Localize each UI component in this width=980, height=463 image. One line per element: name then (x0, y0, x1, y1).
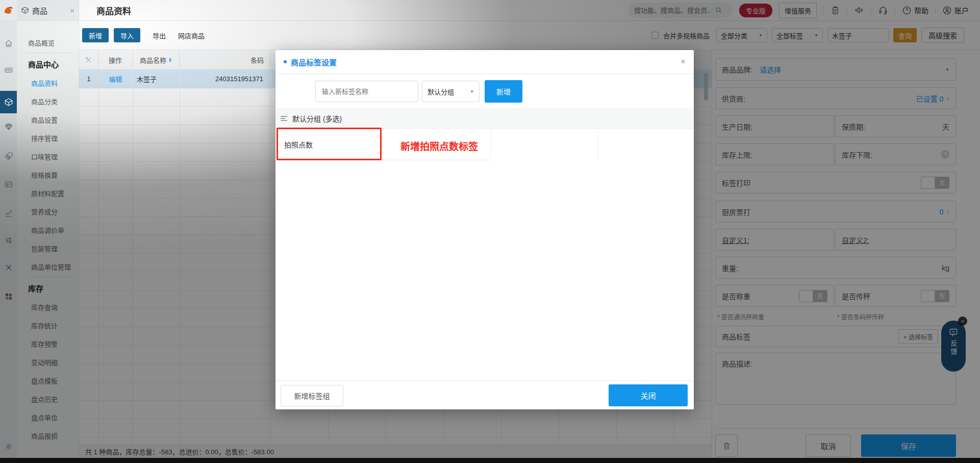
global-search-input[interactable] (634, 7, 711, 14)
sidebar-item-change-detail[interactable]: 变动明细 (17, 353, 79, 371)
sidebar-item-sort-management[interactable]: 排序管理 (17, 129, 79, 147)
tasks-clipboard-icon[interactable] (831, 6, 840, 15)
supplier-field[interactable]: 供货商: 已设置 0 › (715, 87, 956, 109)
chevron-down-icon: ▼ (470, 89, 474, 94)
rail-report-icon[interactable] (0, 204, 17, 223)
tab-close-icon[interactable]: × (70, 6, 74, 15)
sort-icon[interactable]: ▲▼ (168, 57, 172, 62)
close-modal-button[interactable]: 关闭 (609, 384, 688, 406)
sidebar-item-raw-material[interactable]: 原材料配置 (17, 184, 79, 202)
rail-products-icon[interactable] (0, 91, 17, 113)
tag-cell-photo-points[interactable]: 拍照点数 (275, 129, 383, 160)
global-search[interactable] (628, 3, 733, 18)
production-date-field[interactable]: 生产日期: (715, 115, 834, 137)
feedback-close-icon[interactable]: × (958, 316, 967, 326)
sidebar-item-product-overview[interactable]: 商品概览 (17, 33, 79, 52)
add-tag-group-button[interactable]: 新增标签组 (281, 385, 343, 406)
category-filter-select[interactable]: 全部分类 ▼ (716, 28, 767, 42)
sidebar-item-product-loss[interactable]: 商品报损 (17, 426, 79, 445)
version-badge[interactable]: 专业版 (739, 4, 772, 17)
brand-field[interactable]: 商品品牌: 请选择 ▼ (715, 58, 956, 81)
sidebar-item-spec-conversion[interactable]: 规格换算 (17, 165, 79, 184)
cancel-button[interactable]: 取消 (806, 434, 851, 457)
sidebar-item-product-category[interactable]: 商品分类 (17, 92, 79, 110)
feedback-widget[interactable]: × 反馈 (941, 321, 966, 372)
help-menu[interactable]: 帮助 (902, 5, 928, 15)
new-product-button[interactable]: 新增 (82, 28, 109, 42)
sidebar-item-product-settings[interactable]: 商品设置 (17, 110, 79, 129)
sidebar-item-stock-query[interactable]: 库存查询 (17, 298, 79, 316)
merge-spec-label: 合并多规格商品 (663, 31, 710, 40)
divider (935, 6, 936, 14)
add-tag-button[interactable]: 新增 (485, 80, 522, 103)
search-icon (715, 6, 723, 14)
sidebar-item-stock-stats[interactable]: 库存统计 (17, 316, 79, 334)
custom1-label[interactable]: 自定义1: (722, 235, 749, 245)
label-print-toggle[interactable]: 关 (921, 177, 949, 189)
advanced-search-button[interactable]: 高级搜索 (921, 28, 964, 43)
column-header-name[interactable]: 商品名称 ▲▼ (133, 50, 180, 69)
sidebar-item-unit-management[interactable]: 商品单位管理 (17, 257, 79, 276)
custom2-label[interactable]: 自定义2: (842, 235, 869, 245)
stock-upper-field[interactable]: 库存上限: (715, 143, 834, 165)
brand-value[interactable]: 请选择 (760, 64, 781, 75)
support-headset-icon[interactable] (878, 5, 888, 15)
export-button[interactable]: 导出 (153, 31, 166, 40)
weight-field[interactable]: 重量: kg (715, 257, 956, 279)
merge-spec-checkbox[interactable] (651, 32, 659, 39)
summary-status-bar: 共 1 种商品，库存总量：-583，总进价：0.00，总售价：-583.00 (79, 445, 712, 458)
product-tags-label: 商品标签 (722, 331, 750, 342)
new-tag-name-input[interactable] (315, 81, 418, 102)
product-search-input[interactable] (827, 28, 889, 42)
tag-filter-select[interactable]: 全部标签 ▼ (772, 28, 823, 42)
tab-products[interactable]: 商品 × (17, 0, 79, 20)
rail-apps-grid-icon[interactable] (0, 287, 17, 306)
rail-settings-sliders-icon[interactable] (0, 231, 17, 250)
announcement-speaker-icon[interactable] (854, 5, 864, 15)
rail-promotion-icon[interactable] (0, 147, 17, 165)
scale-label: 是否传秤 (842, 291, 870, 301)
tag-cell-empty (491, 129, 598, 160)
delete-product-button[interactable] (715, 434, 738, 457)
sidebar-item-flavor-management[interactable]: 口味管理 (17, 147, 79, 165)
supplier-value[interactable]: 已设置 0 (916, 93, 944, 104)
sidebar-item-stocktake-unit[interactable]: 盘点单位 (17, 408, 79, 426)
import-button[interactable]: 导入 (114, 28, 140, 42)
stock-lower-field[interactable]: 库存下限: ? (835, 143, 956, 165)
app-logo[interactable] (0, 0, 17, 20)
rail-member-icon[interactable] (0, 117, 17, 136)
sidebar-item-stocktake-template[interactable]: 盘点模板 (17, 371, 79, 389)
rail-cashier-icon[interactable] (0, 61, 17, 79)
save-button[interactable]: 保存 (861, 434, 956, 457)
sidebar-item-product-data[interactable]: 商品资料 (17, 74, 79, 92)
sidebar-item-nutrition[interactable]: 营养成分 (17, 202, 79, 221)
edit-link[interactable]: 编辑 (109, 74, 122, 84)
account-menu[interactable]: 账户 (942, 5, 969, 15)
scale-toggle[interactable]: 否 (921, 290, 949, 302)
modal-close-icon[interactable]: × (681, 57, 686, 67)
value-added-services-button[interactable]: 增值服务 (779, 3, 817, 18)
rail-gear-icon[interactable] (0, 437, 17, 456)
tag-group-select[interactable]: 默认分组 ▼ (422, 81, 480, 102)
filter-bar: 合并多规格商品 全部分类 ▼ 全部标签 ▼ 查询 高级搜索 (651, 28, 980, 43)
column-settings-wrench-icon[interactable] (79, 50, 98, 69)
query-button[interactable]: 查询 (893, 28, 917, 42)
help-question-icon[interactable]: ? (941, 150, 949, 159)
description-field[interactable]: 商品描述: (715, 353, 956, 405)
select-tags-button[interactable]: + 选择标签 (898, 329, 938, 344)
sidebar-item-stock-warning[interactable]: 库存预警 (17, 334, 79, 353)
rail-tools-icon[interactable] (0, 258, 17, 277)
custom2-field[interactable]: 自定义2: (835, 229, 956, 251)
label-print-field: 标签打印 关 (715, 172, 956, 193)
sidebar-item-packaging[interactable]: 包装管理 (17, 239, 79, 257)
kitchen-print-field[interactable]: 厨房票打 0 › (715, 201, 956, 223)
rail-home-icon[interactable] (0, 34, 17, 53)
custom1-field[interactable]: 自定义1: (715, 229, 834, 251)
online-store-products-button[interactable]: 网店商品 (178, 31, 205, 40)
product-box-icon (21, 6, 29, 14)
rail-card-icon[interactable] (0, 175, 17, 193)
sidebar-item-price-adjustment[interactable]: 商品调价单 (17, 221, 79, 239)
sidebar-item-stocktake-history[interactable]: 盘点历史 (17, 389, 79, 408)
shelf-life-field[interactable]: 保质期: 天 (835, 115, 956, 137)
table-scrollbar[interactable] (704, 73, 708, 101)
